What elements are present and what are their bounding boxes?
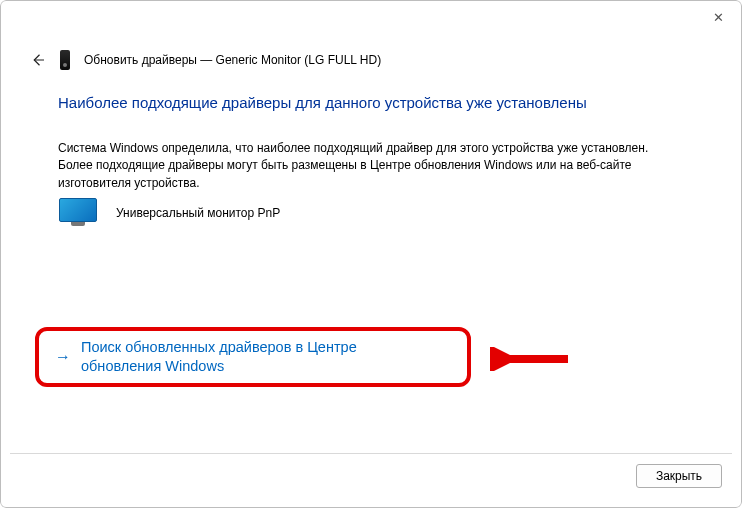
arrow-right-icon: → — [55, 348, 71, 366]
result-description: Система Windows определила, что наиболее… — [58, 140, 684, 192]
close-button[interactable]: Закрыть — [636, 464, 722, 488]
device-type-icon — [60, 50, 70, 70]
dialog-footer: Закрыть — [10, 453, 732, 498]
monitor-icon — [58, 198, 98, 228]
annotation-arrow-icon — [490, 347, 570, 371]
window-close-icon[interactable]: ✕ — [713, 10, 724, 25]
dialog-header: Обновить драйверы — Generic Monitor (LG … — [28, 50, 381, 70]
search-link-label: Поиск обновленных драйверов в Центре обн… — [81, 338, 441, 376]
back-arrow-icon[interactable] — [28, 50, 48, 70]
device-row: Универсальный монитор PnP — [58, 198, 280, 228]
dialog-title: Обновить драйверы — Generic Monitor (LG … — [84, 53, 381, 67]
search-windows-update-link[interactable]: → Поиск обновленных драйверов в Центре о… — [39, 338, 441, 376]
device-name-label: Универсальный монитор PnP — [116, 206, 280, 220]
annotation-highlight: → Поиск обновленных драйверов в Центре о… — [35, 327, 471, 387]
result-heading: Наиболее подходящие драйверы для данного… — [58, 94, 684, 111]
